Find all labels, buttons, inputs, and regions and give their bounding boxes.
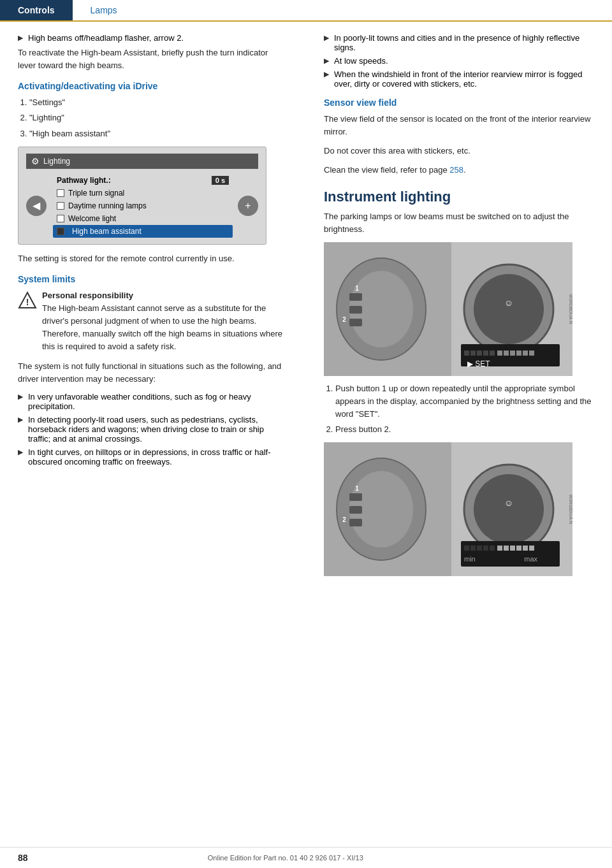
footer: 88 Online Edition for Part no. 01 40 2 9… [0, 847, 612, 868]
svg-text:2: 2 [342, 316, 346, 323]
diagram2-watermark: W3RSBDUA.N [569, 495, 572, 524]
svg-text:!: ! [26, 297, 29, 307]
svg-text:max: max [524, 555, 537, 563]
svg-rect-8 [349, 306, 362, 314]
idrive-step-1: "Settings" [29, 96, 288, 109]
right-bullet-arrow-1: ▶ [324, 34, 329, 52]
right-bullet-1: ▶ In poorly-lit towns and cities and in … [324, 33, 594, 52]
svg-rect-43 [470, 546, 476, 551]
svg-text:min: min [464, 555, 476, 563]
idrive-screen: ⚙ Lighting ◀ Pathway light.: 0 s Triple … [18, 147, 266, 245]
idrive-steps-list: "Settings" "Lighting" "High beam assista… [29, 96, 288, 140]
bullet-high-beams-off-text: High beams off/headlamp flasher, arrow 2… [28, 33, 184, 43]
tab-lamps[interactable]: Lamps [73, 0, 135, 20]
idrive-step-2: "Lighting" [29, 112, 288, 124]
idrive-screen-inner: ◀ Pathway light.: 0 s Triple turn signal… [26, 174, 258, 238]
idrive-content-col: Pathway light.: 0 s Triple turn signal D… [53, 174, 233, 238]
idrive-screen-title-text: Lighting [43, 157, 70, 166]
welcome-light-row: Welcome light [53, 212, 233, 225]
svg-rect-19 [483, 351, 488, 356]
svg-point-13 [474, 274, 544, 344]
limit-bullet-text-2: In detecting poorly-lit road users, such… [28, 415, 288, 444]
sensor-view-heading: Sensor view field [324, 98, 594, 108]
limit-bullet-arrow-2: ▶ [18, 416, 23, 444]
idrive-nav-col: ◀ [26, 174, 47, 238]
system-limits-heading: System limits [18, 274, 288, 284]
tab-controls[interactable]: Controls [0, 0, 73, 20]
idrive-screen-title: ⚙ Lighting [26, 154, 258, 169]
diagram1-watermark: W3RDBDUA.N [569, 294, 572, 324]
idrive-step-3: "High beam assistant" [29, 127, 288, 140]
pathway-row: Pathway light.: 0 s [53, 174, 233, 187]
idrive-section-heading: Activating/deactivating via iDrive [18, 81, 288, 91]
svg-text:2: 2 [342, 516, 346, 523]
svg-rect-51 [523, 546, 528, 551]
warning-box: ! Personal responsibility The High-beam … [18, 289, 288, 354]
instrument-svg-2: 1 2 ☺ [324, 442, 572, 576]
idrive-nav-button[interactable]: ◀ [26, 196, 47, 216]
daytime-running-checkbox[interactable] [57, 202, 64, 210]
svg-rect-42 [464, 546, 469, 551]
instrument-step-2: Press button 2. [335, 423, 594, 436]
triple-turn-row: Triple turn signal [53, 187, 233, 199]
not-functional-text: The system is not fully functional in si… [18, 360, 288, 386]
setting-stored-text: The setting is stored for the remote con… [18, 252, 288, 265]
svg-rect-50 [516, 546, 521, 551]
instrument-step-1: Push button 1 up or down repeatedly unti… [335, 382, 594, 421]
limit-bullet-text-1: In very unfavorable weather conditions, … [28, 392, 288, 411]
triple-turn-checkbox[interactable] [57, 189, 64, 197]
high-beam-assistant-row[interactable]: High beam assistant [53, 225, 233, 238]
idrive-right-button[interactable]: + [238, 196, 258, 216]
limit-bullet-3: ▶ In tight curves, on hilltops or in dep… [18, 447, 288, 467]
svg-rect-9 [349, 319, 362, 326]
page-ref-link[interactable]: 258 [449, 165, 463, 175]
bullet-arrow-icon: ▶ [18, 34, 23, 43]
instrument-diagram-2: 1 2 ☺ [324, 442, 572, 576]
main-content: ▶ High beams off/headlamp flasher, arrow… [0, 22, 612, 582]
header: Controls Lamps [0, 0, 612, 22]
svg-text:1: 1 [355, 485, 359, 492]
svg-text:☺: ☺ [504, 498, 513, 508]
svg-rect-52 [529, 546, 534, 551]
svg-rect-20 [490, 351, 495, 356]
warning-triangle-icon: ! [18, 291, 37, 310]
svg-rect-22 [504, 351, 509, 356]
sensor-text-3-suffix: . [463, 165, 466, 175]
footer-center-text: Online Edition for Part no. 01 40 2 926 … [208, 854, 363, 862]
svg-rect-18 [477, 351, 482, 356]
limit-bullet-text-3: In tight curves, on hilltops or in depre… [28, 447, 288, 467]
settings-icon: ⚙ [31, 156, 40, 166]
svg-rect-44 [477, 546, 482, 551]
svg-rect-47 [497, 546, 502, 551]
svg-point-39 [474, 474, 544, 544]
daytime-running-label: Daytime running lamps [68, 201, 147, 210]
warning-body: The High-beam Assistant cannot serve as … [42, 303, 282, 351]
high-beam-checkbox[interactable] [57, 228, 64, 235]
svg-rect-46 [490, 546, 495, 551]
svg-rect-16 [464, 351, 469, 356]
svg-rect-23 [510, 351, 515, 356]
pathway-value: 0 s [212, 176, 229, 185]
welcome-light-checkbox[interactable] [57, 215, 64, 222]
svg-rect-34 [349, 506, 362, 514]
warning-title: Personal responsibility [42, 289, 288, 302]
svg-rect-49 [510, 546, 515, 551]
sensor-text-2: Do not cover this area with stickers, et… [324, 145, 594, 157]
daytime-running-row: Daytime running lamps [53, 199, 233, 212]
svg-rect-45 [483, 546, 488, 551]
instrument-intro-text: The parking lamps or low beams must be s… [324, 210, 594, 236]
svg-rect-25 [523, 351, 528, 356]
left-column: ▶ High beams off/headlamp flasher, arrow… [0, 33, 306, 582]
idrive-right-nav: + [238, 174, 258, 238]
svg-rect-17 [470, 351, 476, 356]
right-column: ▶ In poorly-lit towns and cities and in … [306, 33, 612, 582]
right-bullet-arrow-3: ▶ [324, 70, 329, 89]
bullet-high-beams-off: ▶ High beams off/headlamp flasher, arrow… [18, 33, 288, 43]
right-bullet-3: ▶ When the windshield in front of the in… [324, 69, 594, 89]
sensor-text-3: Clean the view field, refer to page 258. [324, 164, 594, 177]
svg-rect-35 [349, 519, 362, 526]
pathway-label: Pathway light.: [57, 176, 111, 185]
limit-bullet-arrow-1: ▶ [18, 393, 23, 411]
sensor-text-3-prefix: Clean the view field, refer to page [324, 165, 448, 175]
reactivate-text: To reactivate the High-beam Assistant, b… [18, 47, 288, 72]
